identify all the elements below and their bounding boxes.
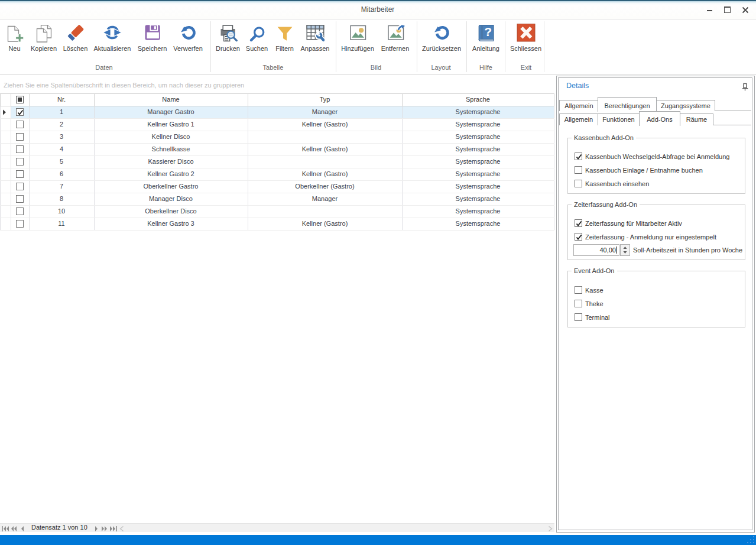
svg-text:?: ?: [484, 25, 492, 38]
